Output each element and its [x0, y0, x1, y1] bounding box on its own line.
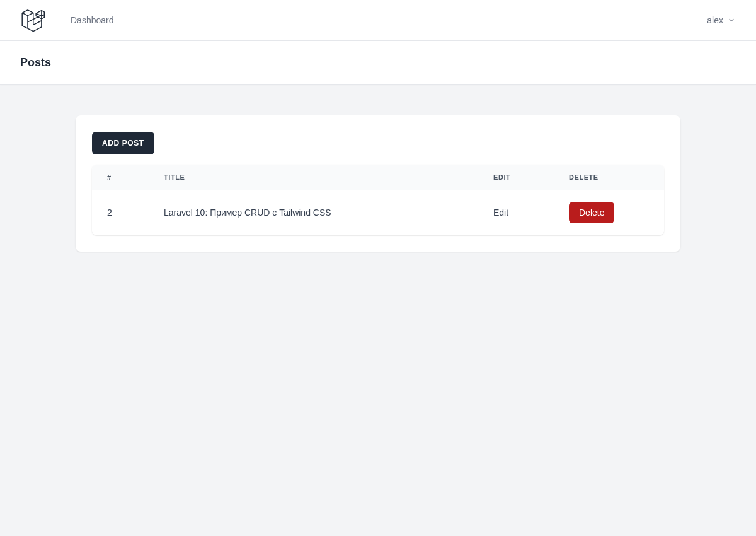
page-header: Posts — [0, 41, 756, 85]
add-post-button[interactable]: ADD POST — [92, 132, 154, 154]
th-edit: EDIT — [478, 165, 554, 190]
delete-button[interactable]: Delete — [569, 202, 614, 223]
nav-link-dashboard[interactable]: Dashboard — [71, 15, 114, 25]
cell-delete: Delete — [554, 190, 664, 235]
user-menu[interactable]: alex — [707, 15, 736, 25]
edit-link[interactable]: Edit — [493, 207, 508, 218]
cell-title: Laravel 10: Пример CRUD с Tailwind CSS — [149, 190, 478, 235]
cell-edit: Edit — [478, 190, 554, 235]
posts-card: ADD POST # TITLE EDIT DELETE 2 Laravel 1… — [76, 115, 680, 252]
laravel-logo-icon[interactable] — [20, 8, 45, 32]
table-wrapper: # TITLE EDIT DELETE 2 Laravel 10: Пример… — [92, 165, 664, 235]
table-row: 2 Laravel 10: Пример CRUD с Tailwind CSS… — [92, 190, 664, 235]
th-title: TITLE — [149, 165, 478, 190]
th-id: # — [92, 165, 149, 190]
posts-table: # TITLE EDIT DELETE 2 Laravel 10: Пример… — [92, 165, 664, 235]
navbar: Dashboard alex — [0, 0, 756, 41]
page-title: Posts — [20, 56, 736, 69]
chevron-down-icon — [727, 16, 736, 25]
th-delete: DELETE — [554, 165, 664, 190]
username-label: alex — [707, 15, 723, 25]
main-container: ADD POST # TITLE EDIT DELETE 2 Laravel 1… — [0, 85, 756, 282]
cell-id: 2 — [92, 190, 149, 235]
navbar-left: Dashboard — [20, 8, 114, 32]
